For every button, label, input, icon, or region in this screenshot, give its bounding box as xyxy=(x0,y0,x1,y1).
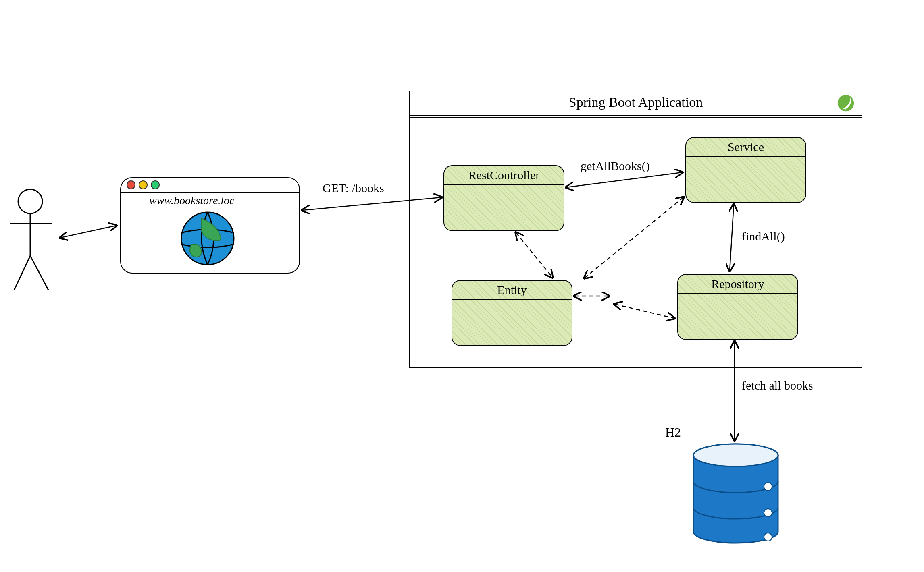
svg-line-16 xyxy=(730,205,734,271)
database-label: H2 xyxy=(665,425,681,440)
component-label: Entity xyxy=(452,281,572,300)
find-all-label: findAll() xyxy=(742,230,785,243)
fetch-all-books-label: fetch all books xyxy=(742,379,813,392)
component-label: RestController xyxy=(444,166,564,185)
component-label: Repository xyxy=(678,275,797,294)
get-all-books-label: getAllBooks() xyxy=(581,159,650,173)
component-label: Service xyxy=(686,138,805,157)
svg-line-15 xyxy=(566,172,682,187)
svg-line-19 xyxy=(585,197,683,278)
svg-line-18 xyxy=(516,233,552,277)
architecture-diagram: www.bookstore.loc Spring Boot Applicatio… xyxy=(0,0,924,572)
svg-line-14 xyxy=(302,197,441,210)
svg-line-21 xyxy=(615,304,674,318)
svg-line-13 xyxy=(60,226,116,238)
http-request-label: GET: /books xyxy=(323,181,384,195)
